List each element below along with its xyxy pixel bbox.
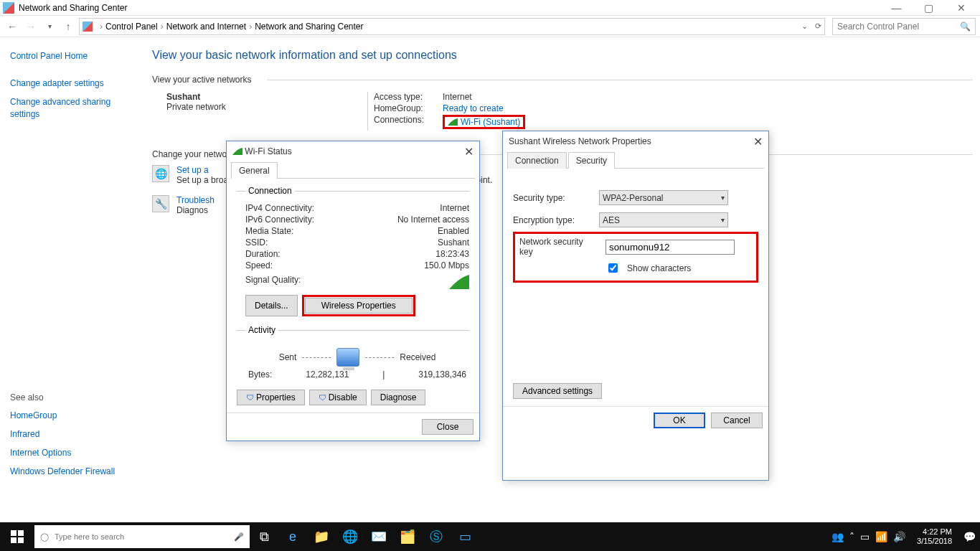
- ipv6-label: IPv6 Connectivity:: [245, 215, 314, 225]
- wireless-properties-highlight: Wireless Properties: [302, 295, 415, 316]
- speed-label: Speed:: [245, 260, 273, 270]
- network-security-key-field[interactable]: [606, 240, 735, 255]
- recent-dropdown[interactable]: ▾: [42, 19, 57, 34]
- homegroup-link[interactable]: Ready to create: [443, 103, 504, 113]
- bc-3[interactable]: Network and Sharing Center: [255, 22, 363, 32]
- forward-button[interactable]: →: [23, 19, 39, 34]
- action-center-icon[interactable]: 💬: [963, 531, 976, 542]
- close-icon[interactable]: ✕: [464, 145, 473, 159]
- activity-dash: [302, 357, 331, 358]
- signal-bars-icon: [449, 275, 469, 289]
- tray-chevron-icon[interactable]: ˄: [849, 531, 854, 542]
- wifi-icon: [232, 148, 242, 155]
- taskbar-search-placeholder: Type here to search: [55, 532, 124, 541]
- file-explorer-icon[interactable]: 📁: [307, 522, 336, 551]
- tab-general[interactable]: General: [231, 162, 278, 179]
- seealso-0[interactable]: HomeGroup: [10, 410, 133, 421]
- window-title: Network and Sharing Center: [19, 3, 127, 13]
- homegroup-label: HomeGroup:: [374, 103, 435, 113]
- details-button[interactable]: Details...: [245, 295, 298, 316]
- tab-security[interactable]: Security: [568, 152, 615, 169]
- edge-icon[interactable]: e: [278, 522, 307, 551]
- bytes-divider: |: [382, 369, 385, 380]
- signal-label: Signal Quality:: [245, 275, 301, 289]
- up-button[interactable]: ↑: [60, 19, 76, 34]
- cp-home-link[interactable]: Control Panel Home: [10, 50, 133, 62]
- clock-date: 3/15/2018: [917, 537, 952, 546]
- wifi-status-title: Wi-Fi Status: [245, 146, 291, 156]
- disable-button[interactable]: Disable: [309, 390, 367, 405]
- minimize-button[interactable]: —: [880, 0, 913, 16]
- app-icon-1[interactable]: 🗂️: [393, 522, 422, 551]
- bc-1[interactable]: Control Panel: [105, 22, 158, 32]
- wifi-status-dialog: Wi-Fi Status ✕ General Connection IPv4 C…: [226, 141, 480, 441]
- wireless-properties-dialog: Sushant Wireless Network Properties ✕ Co…: [502, 131, 769, 481]
- encryption-type-select[interactable]: AES: [599, 212, 728, 227]
- mail-icon[interactable]: ✉️: [364, 522, 393, 551]
- network-security-key-label: Network security key: [519, 237, 598, 257]
- wireless-properties-button[interactable]: Wireless Properties: [305, 298, 413, 314]
- diagnose-button[interactable]: Diagnose: [371, 390, 426, 405]
- bytes-received: 319,138,346: [418, 369, 466, 380]
- seealso-heading: See also: [10, 392, 133, 402]
- encryption-type-label: Encryption type:: [513, 215, 592, 225]
- sidebar-link-1[interactable]: Change advanced sharing settings: [10, 96, 133, 119]
- task-view-button[interactable]: ⧉: [250, 522, 278, 551]
- troubleshoot-link[interactable]: Troublesh: [176, 195, 215, 205]
- app-icon-2[interactable]: ▭: [451, 522, 479, 551]
- advanced-settings-button[interactable]: Advanced settings: [513, 383, 602, 399]
- bc-2[interactable]: Network and Internet: [166, 22, 246, 32]
- ipv4-label: IPv4 Connectivity:: [245, 203, 314, 213]
- skype-icon[interactable]: Ⓢ: [422, 522, 451, 551]
- navbar: ← → ▾ ↑ › Control Panel › Network and In…: [0, 16, 980, 37]
- troubleshoot-desc: Diagnos: [176, 205, 215, 215]
- close-button[interactable]: Close: [422, 419, 473, 435]
- show-characters-checkbox[interactable]: [608, 263, 618, 273]
- wifi-icon: [448, 118, 458, 126]
- sidebar-link-0[interactable]: Change adapter settings: [10, 77, 133, 89]
- volume-icon[interactable]: 🔊: [893, 531, 905, 542]
- back-button[interactable]: ←: [4, 19, 20, 34]
- start-button[interactable]: [0, 522, 34, 551]
- people-icon[interactable]: 👥: [831, 531, 844, 542]
- active-networks-label: View your active networks: [152, 75, 973, 85]
- security-type-select[interactable]: WPA2-Personal: [599, 190, 728, 205]
- search-control-panel[interactable]: Search Control Panel 🔍: [832, 18, 976, 35]
- connections-label: Connections:: [374, 115, 435, 129]
- chrome-icon[interactable]: 🌐: [336, 522, 364, 551]
- page-heading: View your basic network information and …: [152, 49, 973, 62]
- seealso-1[interactable]: Infrared: [10, 428, 133, 440]
- connection-link[interactable]: Wi-Fi (Sushant): [461, 117, 520, 127]
- group-activity: Activity: [245, 325, 278, 335]
- battery-icon[interactable]: ▭: [860, 531, 870, 542]
- duration-value: 18:23:43: [435, 249, 469, 259]
- refresh-icon[interactable]: ⟳: [815, 22, 821, 31]
- wifi-tray-icon[interactable]: 📶: [875, 531, 887, 542]
- taskbar-search[interactable]: ◯ Type here to search 🎤: [34, 525, 250, 548]
- ssid-label: SSID:: [245, 237, 268, 248]
- search-placeholder: Search Control Panel: [837, 22, 919, 32]
- titlebar: Network and Sharing Center — ▢ ✕: [0, 0, 980, 16]
- wifi-status-titlebar[interactable]: Wi-Fi Status ✕: [227, 141, 479, 161]
- properties-button[interactable]: Properties: [237, 390, 305, 405]
- address-bar[interactable]: › Control Panel › Network and Internet ›…: [79, 18, 825, 35]
- seealso-2[interactable]: Internet Options: [10, 447, 133, 458]
- maximize-button[interactable]: ▢: [913, 0, 945, 16]
- received-label: Received: [400, 352, 435, 362]
- wprops-title: Sushant Wireless Network Properties: [509, 136, 651, 146]
- clock-time: 4:22 PM: [917, 527, 952, 537]
- taskbar-clock[interactable]: 4:22 PM 3/15/2018: [911, 527, 958, 546]
- bc-drop[interactable]: ⌄: [801, 22, 808, 31]
- ssid-value: Sushant: [438, 237, 469, 248]
- cortana-icon: ◯: [40, 532, 49, 542]
- close-icon[interactable]: ✕: [753, 135, 763, 149]
- tab-connection[interactable]: Connection: [507, 152, 567, 169]
- ok-button[interactable]: OK: [654, 413, 705, 428]
- network-name: Sushant: [166, 92, 367, 102]
- wprops-titlebar[interactable]: Sushant Wireless Network Properties ✕: [503, 131, 768, 151]
- close-button[interactable]: ✕: [945, 0, 977, 16]
- network-sharing-icon: [3, 2, 14, 14]
- windows-logo-icon: [11, 530, 24, 543]
- seealso-3[interactable]: Windows Defender Firewall: [10, 466, 133, 477]
- cancel-button[interactable]: Cancel: [711, 413, 763, 428]
